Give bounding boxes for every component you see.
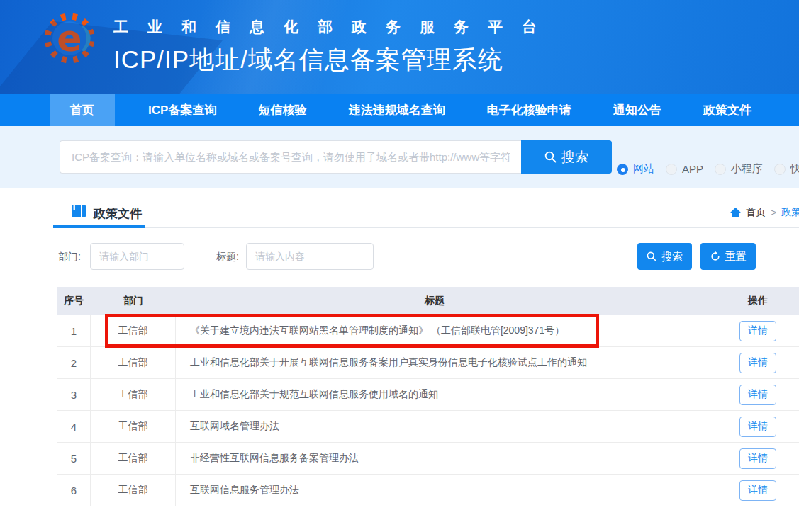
section-title: 政策文件 xyxy=(94,205,142,222)
cell-no: 5 xyxy=(57,443,91,474)
book-icon xyxy=(71,203,86,219)
dept-filter-input[interactable] xyxy=(90,243,184,270)
cell-no: 6 xyxy=(57,475,91,506)
miit-gear-e-logo-icon: e xyxy=(43,11,96,65)
platform-title: 工业和信息化部政务服务平台 xyxy=(113,17,556,37)
icp-search-box: 搜索 xyxy=(60,140,612,174)
table-row-3: 3 工信部 工业和信息化部关于规范互联网信息服务使用域名的通知 详情 xyxy=(57,379,799,411)
search-type-radio-3[interactable]: 快应用 xyxy=(774,162,799,176)
system-title: ICP/IP地址/域名信息备案管理系统 xyxy=(113,43,556,77)
cell-dept: 工信部 xyxy=(91,347,176,378)
detail-button[interactable]: 详情 xyxy=(739,353,776,373)
filter-reset-button-label: 重置 xyxy=(725,250,747,264)
filter-reset-button[interactable]: 重置 xyxy=(700,243,756,270)
detail-button[interactable]: 详情 xyxy=(739,385,776,405)
policy-table: 序号 部门 标题 操作 1 工信部 《关于建立境内违法互联网站黑名单管理制度的通… xyxy=(57,287,799,506)
breadcrumb: 首页 > 政策文件 xyxy=(730,206,799,219)
header-titles: 工业和信息化部政务服务平台 ICP/IP地址/域名信息备案管理系统 xyxy=(113,17,556,77)
search-type-radio-0[interactable]: 网站 xyxy=(617,162,654,176)
radio-label: 网站 xyxy=(633,162,654,176)
table-row-1: 1 工信部 《关于建立境内违法互联网站黑名单管理制度的通知》 （工信部联电管[2… xyxy=(57,315,799,347)
cell-action: 详情 xyxy=(693,475,799,506)
cell-title: 非经营性互联网信息服务备案管理办法 xyxy=(176,443,693,474)
cell-title: 工业和信息化部关于规范互联网信息服务使用域名的通知 xyxy=(176,379,693,410)
home-icon xyxy=(730,208,741,217)
col-header-action: 操作 xyxy=(693,295,799,307)
search-type-radio-1[interactable]: APP xyxy=(666,163,703,175)
radio-dot-icon xyxy=(715,164,726,175)
nav-item-0[interactable]: 首页 xyxy=(50,94,115,126)
table-row-2: 2 工信部 工业和信息化部关于开展互联网信息服务备案用户真实身份信息电子化核验试… xyxy=(57,347,799,379)
title-filter-input[interactable] xyxy=(246,243,374,270)
cell-action: 详情 xyxy=(693,443,799,474)
cell-dept: 工信部 xyxy=(91,379,176,410)
radio-label: APP xyxy=(682,163,703,175)
cell-action: 详情 xyxy=(693,411,799,442)
detail-button[interactable]: 详情 xyxy=(739,417,776,437)
nav-item-2[interactable]: 短信核验 xyxy=(250,94,315,126)
cell-title: 《关于建立境内违法互联网站黑名单管理制度的通知》 （工信部联电管[2009]37… xyxy=(176,315,693,346)
tab-active-underline xyxy=(53,225,145,228)
cell-no: 4 xyxy=(57,411,91,442)
dept-filter-label: 部门: xyxy=(58,251,81,264)
filter-search-button-label: 搜索 xyxy=(661,250,683,264)
nav-item-3[interactable]: 违法违规域名查询 xyxy=(340,94,454,126)
breadcrumb-home-link[interactable]: 首页 xyxy=(746,206,766,219)
col-header-title: 标题 xyxy=(176,295,693,307)
refresh-icon xyxy=(710,251,720,261)
radio-dot-icon xyxy=(666,164,677,175)
svg-text:e: e xyxy=(57,17,82,60)
detail-button[interactable]: 详情 xyxy=(739,448,776,469)
col-header-dept: 部门 xyxy=(91,295,176,307)
nav-item-4[interactable]: 电子化核验申请 xyxy=(479,94,580,126)
radio-dot-icon xyxy=(617,164,628,175)
detail-button[interactable]: 详情 xyxy=(739,321,776,341)
nav-item-5[interactable]: 通知公告 xyxy=(605,94,670,126)
search-type-radio-group: 网站 APP 小程序 快应用 xyxy=(617,162,799,176)
detail-button[interactable]: 详情 xyxy=(739,480,776,501)
main-nav: 首页ICP备案查询短信核验违法违规域名查询电子化核验申请通知公告政策文件 xyxy=(0,94,799,126)
policy-table-header: 序号 部门 标题 操作 xyxy=(57,287,799,315)
search-type-radio-2[interactable]: 小程序 xyxy=(715,162,763,176)
icp-search-section: 搜索 网站 APP 小程序 快应用 xyxy=(0,126,799,188)
table-row-5: 5 工信部 非经营性互联网信息服务备案管理办法 详情 xyxy=(57,443,799,475)
nav-item-6[interactable]: 政策文件 xyxy=(695,94,760,126)
page: e 工业和信息化部政务服务平台 ICP/IP地址/域名信息备案管理系统 首页IC… xyxy=(0,0,799,532)
cell-title: 工业和信息化部关于开展互联网信息服务备案用户真实身份信息电子化核验试点工作的通知 xyxy=(176,347,693,378)
search-icon xyxy=(544,151,557,163)
cell-dept: 工信部 xyxy=(91,315,176,346)
cell-action: 详情 xyxy=(693,347,799,378)
table-row-4: 4 工信部 互联网域名管理办法 详情 xyxy=(57,411,799,443)
col-header-no: 序号 xyxy=(57,295,91,307)
cell-dept: 工信部 xyxy=(91,443,176,474)
policy-table-body: 1 工信部 《关于建立境内违法互联网站黑名单管理制度的通知》 （工信部联电管[2… xyxy=(57,315,799,506)
table-row-6: 6 工信部 互联网信息服务管理办法 详情 xyxy=(57,475,799,506)
cell-no: 3 xyxy=(57,379,91,410)
title-filter-label: 标题: xyxy=(216,251,239,264)
filter-search-button[interactable]: 搜索 xyxy=(637,243,692,270)
radio-dot-icon xyxy=(774,164,786,175)
site-header: e 工业和信息化部政务服务平台 ICP/IP地址/域名信息备案管理系统 xyxy=(0,0,799,94)
cell-title: 互联网信息服务管理办法 xyxy=(176,475,693,506)
icp-search-button[interactable]: 搜索 xyxy=(521,140,612,174)
icp-search-input[interactable] xyxy=(60,140,521,174)
cell-action: 详情 xyxy=(693,379,799,410)
cell-title: 互联网域名管理办法 xyxy=(176,411,693,442)
cell-dept: 工信部 xyxy=(91,475,176,506)
cell-no: 2 xyxy=(57,347,91,378)
cell-action: 详情 xyxy=(693,315,799,346)
radio-label: 小程序 xyxy=(731,162,763,176)
radio-label: 快应用 xyxy=(790,162,799,176)
icp-search-button-label: 搜索 xyxy=(561,148,588,166)
tab-divider xyxy=(53,227,799,228)
breadcrumb-separator: > xyxy=(771,207,776,218)
cell-dept: 工信部 xyxy=(91,411,176,442)
cell-no: 1 xyxy=(57,315,91,346)
nav-item-1[interactable]: ICP备案查询 xyxy=(140,94,225,126)
breadcrumb-current: 政策文件 xyxy=(781,206,799,219)
search-icon xyxy=(647,251,656,261)
